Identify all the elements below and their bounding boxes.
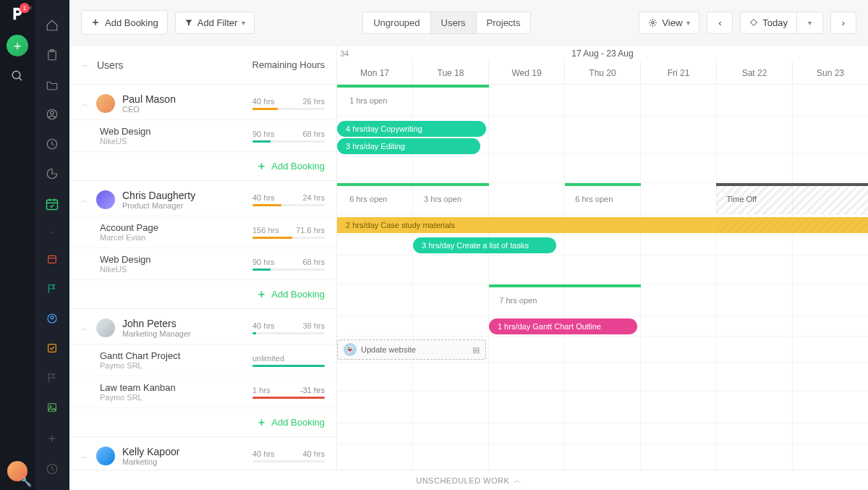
chart-pie-icon[interactable] — [43, 167, 61, 181]
project-lane[interactable]: 👻 Update website ▤ — [337, 337, 868, 363]
notification-badge[interactable]: 1 — [20, 3, 30, 13]
day-header[interactable]: Sat 22 — [716, 62, 792, 84]
user-name: Paul Mason — [122, 93, 252, 105]
capacity-bar — [413, 183, 489, 186]
project-client: NikeUS — [100, 265, 252, 274]
hours-total: 40 hrs — [252, 193, 275, 202]
collapse-user-icon[interactable]: ︿ — [81, 98, 89, 109]
booking-chip[interactable]: 1 hrs/day Gantt Chart Outline — [489, 318, 638, 334]
booking-chip[interactable]: 4 hrs/day Copywriting — [337, 121, 486, 137]
left-header: ︿ Users Remaining Hours — [69, 46, 336, 85]
home-icon[interactable] — [43, 19, 61, 33]
capacity-bar — [489, 284, 641, 287]
capacity-bar — [337, 183, 413, 186]
user-circle-icon[interactable] — [43, 108, 61, 122]
project-row[interactable]: Law team KanbanPaymo SRL 1 hrs-31 hrs — [69, 376, 336, 407]
user-row-head[interactable]: ︿ Kelly KapoorMarketing 40 hrs40 hrs — [69, 437, 336, 470]
add-booking-row[interactable]: ＋Add Booking — [69, 151, 336, 180]
flag-icon[interactable] — [43, 282, 61, 295]
day-header[interactable]: Wed 19 — [488, 62, 564, 84]
ghost-booking[interactable]: 👻 Update website ▤ — [337, 339, 486, 360]
svg-rect-7 — [47, 200, 58, 209]
project-hours-remaining: 68 hrs — [302, 258, 325, 266]
scheduler-icon[interactable] — [43, 197, 61, 211]
user-row-head[interactable]: ︿ Paul MasonCEO 40 hrs26 hrs — [69, 85, 336, 119]
hours-total: 40 hrs — [252, 97, 275, 106]
collapse-user-icon[interactable]: ︿ — [81, 195, 89, 206]
image-icon[interactable] — [43, 400, 61, 414]
rail-outer: ⇥ 1 ＋ 🔧 — [0, 0, 35, 490]
user-avatar — [96, 94, 115, 113]
next-button[interactable]: › — [830, 12, 856, 34]
today-dropdown[interactable]: ▾ — [797, 12, 823, 34]
open-hours-chip[interactable]: 6 hrs open — [568, 189, 620, 209]
add-filter-button[interactable]: Add Filter▾ — [175, 12, 255, 34]
project-lane[interactable]: 4 hrs/day Copywriting3 hrs/day Editing — [337, 117, 868, 154]
seg-ungrouped[interactable]: Ungrouped — [363, 12, 430, 33]
view-button[interactable]: View▾ — [639, 12, 699, 34]
open-hours-chip[interactable]: 7 hrs open — [492, 290, 544, 311]
user-row-head[interactable]: ︿ Chris DaughertyProduct Manager 40 hrs2… — [69, 181, 336, 216]
note-icon[interactable]: ▤ — [472, 345, 480, 355]
project-lane[interactable]: 1 hrs/day Gantt Chart Outline — [337, 316, 868, 337]
project-row[interactable]: Web DesignNikeUS 90 hrs68 hrs — [69, 119, 336, 151]
user-capacity-lane[interactable]: 7 hrs open — [337, 284, 868, 316]
day-header[interactable]: Thu 20 — [564, 62, 640, 84]
add-booking-button[interactable]: ＋Add Booking — [81, 10, 168, 35]
project-hours-remaining: -31 hrs — [300, 386, 325, 394]
day-header[interactable]: Sun 23 — [792, 62, 868, 84]
plus-small-icon[interactable]: ＋ — [43, 430, 61, 446]
unscheduled-work-toggle[interactable]: UNSCHEDULED WORK︿ — [69, 470, 868, 490]
rail-separator: ︿ — [49, 227, 56, 237]
user-capacity-lane[interactable]: 1 hrs open — [337, 85, 868, 117]
grouping-segment: Ungrouped Users Projects — [362, 12, 531, 34]
task-check-icon[interactable] — [43, 341, 61, 355]
day-header[interactable]: Fri 21 — [640, 62, 716, 84]
project-row[interactable]: Web DesignNikeUS 90 hrs68 hrs — [69, 248, 336, 279]
project-lane[interactable]: 2 hrs/day Case study materials — [337, 215, 868, 235]
history-icon[interactable] — [43, 462, 61, 476]
settings-wrench-icon[interactable]: 🔧 — [21, 477, 32, 487]
clock-icon[interactable] — [43, 138, 61, 151]
booking-chip[interactable]: 3 hrs/day Editing — [337, 138, 480, 154]
project-row[interactable]: Account PageMarcel Evian 156 hrs71.6 hrs — [69, 216, 336, 248]
contact-icon[interactable] — [43, 311, 61, 325]
user-role: CEO — [122, 105, 252, 114]
project-client: Marcel Evian — [100, 233, 252, 242]
project-row[interactable]: Gantt Chart ProjectPaymo SRL unlimited — [69, 344, 336, 376]
project-lane[interactable]: 3 hrs/day Create a list of tasks — [337, 235, 868, 255]
user-avatar — [96, 190, 115, 209]
open-hours-chip[interactable]: 1 hrs open — [342, 90, 394, 111]
add-booking-row[interactable]: ＋Add Booking — [69, 279, 336, 308]
global-add-button[interactable]: ＋ — [7, 35, 28, 56]
add-booking-row[interactable]: ＋Add Booking — [69, 407, 336, 436]
calendar-alert-icon[interactable] — [43, 253, 61, 266]
clipboard-icon[interactable] — [43, 48, 61, 62]
search-icon[interactable] — [11, 69, 24, 85]
open-hours-chip[interactable]: 3 hrs open — [417, 189, 469, 209]
user-capacity-lane[interactable]: 6 hrs open3 hrs open6 hrs openTime Off — [337, 183, 868, 215]
booking-chip[interactable]: 3 hrs/day Create a list of tasks — [413, 237, 556, 253]
plus-icon: ＋ — [256, 287, 267, 301]
collapse-user-icon[interactable]: ︿ — [81, 323, 89, 334]
project-name: Account Page — [100, 222, 252, 233]
folder-icon[interactable] — [43, 78, 61, 92]
collapse-all-icon[interactable]: ︿ — [81, 59, 90, 71]
seg-projects[interactable]: Projects — [476, 12, 531, 33]
user-row-head[interactable]: ︿ John PetersMarketing Manager 40 hrs38 … — [69, 309, 336, 344]
user-name: Kelly Kapoor — [122, 446, 252, 457]
project-lane[interactable] — [337, 423, 868, 444]
open-hours-chip[interactable]: 6 hrs open — [342, 189, 394, 209]
today-button[interactable]: Today — [740, 12, 797, 34]
user-capacity-lane[interactable] — [337, 392, 868, 423]
app-logo[interactable]: 1 — [9, 6, 25, 22]
collapse-user-icon[interactable]: ︿ — [81, 451, 89, 462]
hours-remaining: 26 hrs — [302, 97, 325, 106]
day-header[interactable]: Mon 17 — [337, 62, 412, 84]
flag-outline-icon[interactable] — [43, 371, 61, 384]
day-header[interactable]: Tue 18 — [412, 62, 488, 84]
prev-button[interactable]: ‹ — [707, 12, 733, 34]
seg-users[interactable]: Users — [430, 12, 476, 33]
svg-point-14 — [51, 316, 54, 318]
project-client: NikeUS — [100, 137, 252, 145]
